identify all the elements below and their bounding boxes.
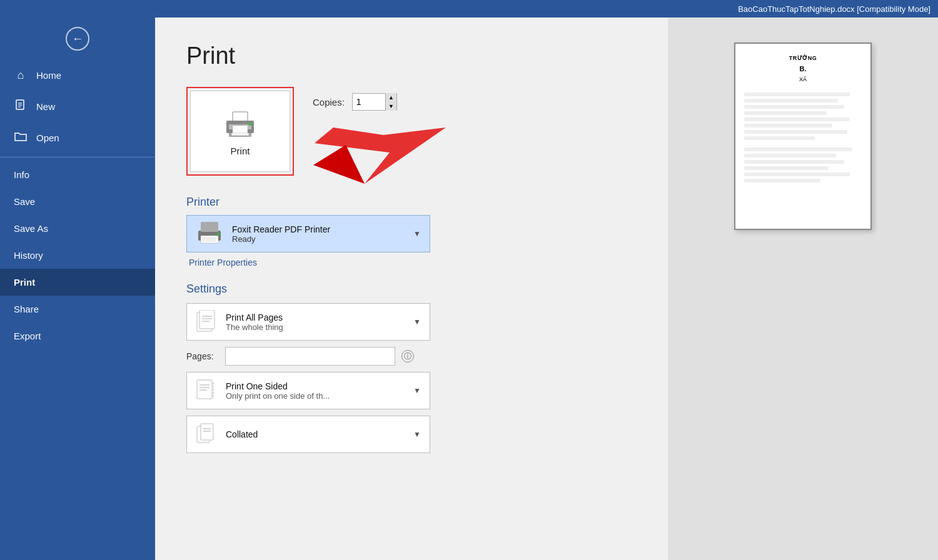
collated-setting-info: Collated — [226, 429, 405, 439]
new-doc-icon — [14, 99, 28, 114]
copies-decrement-button[interactable]: ▼ — [385, 102, 396, 111]
sidebar-item-share[interactable]: Share — [0, 296, 155, 322]
back-icon: ← — [66, 27, 89, 51]
preview-panel: TRƯỜNG B. XÃ — [668, 18, 938, 560]
printer-status: Ready — [232, 234, 405, 244]
pages-setting-info: Print All Pages The whole thing — [226, 312, 405, 332]
print-button[interactable]: Print — [190, 91, 290, 172]
copies-input-wrapper: ▲ ▼ — [352, 93, 397, 111]
printer-section-title: Printer — [186, 196, 637, 209]
sidebar-item-share-label: Share — [14, 304, 39, 314]
sided-setting-info: Print One Sided Only print on one side o… — [226, 381, 405, 401]
sidebar-item-home[interactable]: ⌂ Home — [0, 60, 155, 91]
sidebar-divider — [0, 157, 155, 158]
sidebar-item-saveas[interactable]: Save As — [0, 215, 155, 242]
svg-rect-23 — [197, 380, 212, 399]
sidebar-item-save[interactable]: Save — [0, 188, 155, 215]
svg-marker-11 — [315, 128, 446, 184]
copies-spinners: ▲ ▼ — [385, 93, 396, 111]
preview-subtitle: XÃ — [744, 76, 862, 82]
print-one-sided-label: Print One Sided — [226, 381, 405, 391]
print-heading: Print — [186, 42, 637, 69]
copies-label: Copies: — [313, 97, 345, 108]
back-button[interactable]: ← — [0, 18, 155, 60]
sidebar-item-new[interactable]: New — [0, 91, 155, 122]
printer-dropdown-arrow: ▼ — [413, 229, 421, 238]
svg-rect-14 — [201, 222, 218, 232]
preview-title: B. — [744, 65, 862, 72]
print-action-row: Print Copies: ▲ ▼ — [186, 87, 637, 176]
printer-section: Printer Foxit Reader PDF Printer Ready — [186, 196, 637, 268]
print-all-pages-sub: The whole thing — [226, 322, 405, 332]
printer-name: Foxit Reader PDF Printer — [232, 224, 405, 234]
printer-dropdown[interactable]: Foxit Reader PDF Printer Ready ▼ — [186, 215, 430, 252]
copies-section: Copies: ▲ ▼ — [313, 93, 397, 111]
collated-dropdown-arrow: ▼ — [413, 430, 421, 439]
sidebar-item-info[interactable]: Info — [0, 161, 155, 188]
printer-properties-link[interactable]: Printer Properties — [189, 258, 637, 268]
document-title: BaoCaoThucTapTotNghiep.docx [Compatibili… — [738, 4, 930, 14]
settings-section: Settings Print All Pages The whole thing — [186, 282, 637, 453]
print-collated-dropdown[interactable]: Collated ▼ — [186, 416, 430, 453]
sidebar-item-export-label: Export — [14, 331, 41, 341]
print-button-highlight: Print — [186, 87, 294, 176]
svg-rect-29 — [201, 424, 213, 440]
svg-rect-10 — [233, 126, 248, 133]
sidebar-item-print-label: Print — [14, 277, 35, 288]
print-pages-dropdown[interactable]: Print All Pages The whole thing ▼ — [186, 303, 430, 341]
print-all-pages-label: Print All Pages — [226, 312, 405, 322]
pages-icon — [196, 310, 217, 334]
copies-input[interactable] — [353, 94, 385, 110]
svg-rect-19 — [199, 310, 214, 329]
preview-header: TRƯỜNG — [744, 55, 862, 61]
collated-label: Collated — [226, 429, 405, 439]
title-bar: BaoCaoThucTapTotNghiep.docx [Compatibili… — [0, 0, 938, 18]
home-icon: ⌂ — [14, 69, 28, 82]
sidebar-item-history[interactable]: History — [0, 242, 155, 269]
pages-input[interactable] — [225, 347, 395, 366]
preview-page: TRƯỜNG B. XÃ — [734, 42, 872, 230]
main-content: Print — [155, 18, 938, 560]
sidebar-item-history-label: History — [14, 250, 43, 261]
sidebar-item-info-label: Info — [14, 169, 29, 180]
sidebar-nav: ⌂ Home New — [0, 60, 155, 560]
print-button-label: Print — [231, 146, 250, 156]
svg-marker-12 — [313, 145, 365, 184]
pages-row: Pages: ⓘ — [186, 347, 637, 366]
sidebar-item-saveas-label: Save As — [14, 223, 48, 234]
print-button-border: Print — [186, 87, 294, 176]
collated-icon — [196, 422, 217, 446]
sidebar: ← ⌂ Home New — [0, 18, 155, 560]
open-icon — [14, 131, 28, 144]
sidebar-item-open-label: Open — [36, 132, 59, 143]
pages-info-icon[interactable]: ⓘ — [401, 350, 414, 362]
settings-section-title: Settings — [186, 282, 637, 296]
print-one-sided-sub: Only print on one side of th... — [226, 391, 405, 401]
sidebar-item-save-label: Save — [14, 196, 35, 207]
print-panel: Print — [155, 18, 668, 560]
copies-increment-button[interactable]: ▲ — [385, 93, 396, 102]
print-sided-dropdown[interactable]: Print One Sided Only print on one side o… — [186, 372, 430, 409]
printer-dropdown-icon — [196, 222, 223, 246]
printer-info: Foxit Reader PDF Printer Ready — [232, 224, 405, 244]
sidebar-item-new-label: New — [36, 101, 55, 112]
sidebar-item-open[interactable]: Open — [0, 122, 155, 153]
svg-point-9 — [248, 122, 252, 126]
svg-point-17 — [217, 233, 220, 236]
sidebar-item-print[interactable]: Print — [0, 269, 155, 296]
pages-label: Pages: — [186, 351, 219, 361]
preview-lines — [744, 92, 862, 182]
printer-icon — [223, 107, 258, 139]
sidebar-item-export[interactable]: Export — [0, 322, 155, 349]
sided-dropdown-arrow: ▼ — [413, 386, 421, 395]
svg-rect-16 — [202, 237, 216, 242]
pages-dropdown-arrow: ▼ — [413, 318, 421, 326]
sided-icon — [196, 379, 217, 402]
sidebar-item-home-label: Home — [36, 70, 61, 81]
